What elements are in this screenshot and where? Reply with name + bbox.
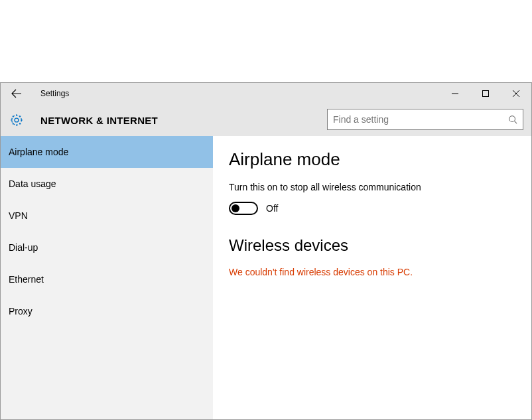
gear-icon <box>9 112 25 128</box>
maximize-button[interactable] <box>470 83 501 104</box>
header-title: NETWORK & INTERNET <box>40 115 158 126</box>
airplane-mode-toggle[interactable] <box>229 202 258 215</box>
close-icon <box>513 90 519 97</box>
back-button[interactable] <box>1 83 33 104</box>
sidebar-item-ethernet[interactable]: Ethernet <box>1 263 213 295</box>
page-title: Airplane mode <box>229 149 515 170</box>
settings-window: Settings <box>0 82 532 420</box>
toggle-knob <box>232 204 239 212</box>
svg-line-7 <box>515 121 517 124</box>
body: Airplane mode Data usage VPN Dial-up Eth… <box>1 136 531 419</box>
airplane-mode-toggle-row: Off <box>229 202 515 215</box>
sidebar-item-label: VPN <box>9 210 28 221</box>
sidebar-item-label: Proxy <box>9 306 33 316</box>
search-input[interactable] <box>333 114 508 125</box>
minimize-button[interactable] <box>440 83 470 104</box>
search-box[interactable] <box>327 109 523 130</box>
search-icon <box>508 115 517 124</box>
sidebar-item-proxy[interactable]: Proxy <box>1 295 213 327</box>
header: NETWORK & INTERNET <box>1 104 531 136</box>
sidebar-item-vpn[interactable]: VPN <box>1 200 213 232</box>
sidebar-item-airplane-mode[interactable]: Airplane mode <box>1 136 213 168</box>
window-controls <box>440 83 531 104</box>
wireless-devices-heading: Wireless devices <box>229 236 515 255</box>
titlebar: Settings <box>1 83 531 104</box>
sidebar-item-label: Ethernet <box>9 274 44 285</box>
svg-point-6 <box>509 116 515 122</box>
maximize-icon <box>482 90 489 97</box>
sidebar: Airplane mode Data usage VPN Dial-up Eth… <box>1 136 213 419</box>
sidebar-item-label: Dial-up <box>9 242 38 253</box>
sidebar-item-dial-up[interactable]: Dial-up <box>1 232 213 263</box>
window-title: Settings <box>40 89 69 98</box>
svg-point-4 <box>15 118 19 122</box>
wireless-devices-error: We couldn't find wireless devices on thi… <box>229 267 515 277</box>
sidebar-item-label: Airplane mode <box>9 147 68 157</box>
sidebar-item-data-usage[interactable]: Data usage <box>1 168 213 200</box>
sidebar-item-label: Data usage <box>9 178 56 189</box>
toggle-description: Turn this on to stop all wireless commun… <box>229 182 515 192</box>
close-button[interactable] <box>501 83 531 104</box>
toggle-state-label: Off <box>266 203 278 214</box>
svg-rect-1 <box>483 91 489 97</box>
minimize-icon <box>452 90 458 97</box>
content-panel: Airplane mode Turn this on to stop all w… <box>213 136 531 419</box>
back-arrow-icon <box>11 88 22 99</box>
